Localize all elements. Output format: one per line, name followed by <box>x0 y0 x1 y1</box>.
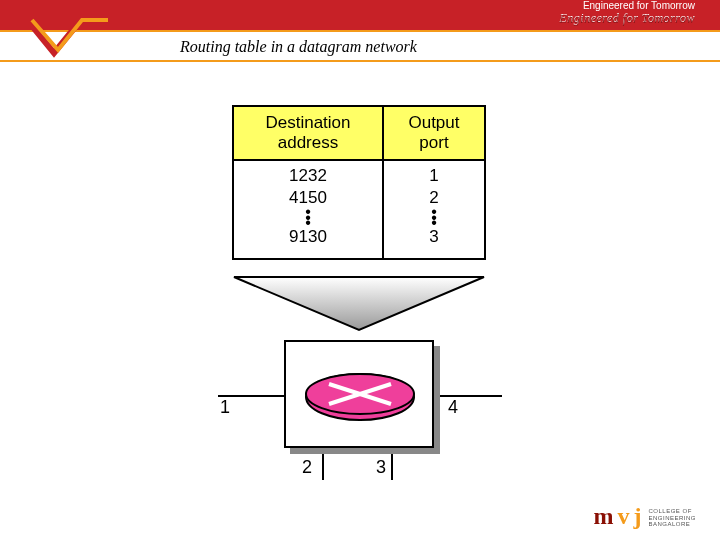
routing-table: Destination address Output port 1232 415… <box>232 105 486 260</box>
router-box <box>284 340 434 448</box>
table-header-row: Destination address Output port <box>234 107 484 161</box>
brand-letter-m: m <box>593 504 613 528</box>
brand-text-3: BANGALORE <box>648 521 696 528</box>
port-1-label: 1 <box>220 397 230 418</box>
port-val-1: 1 <box>388 165 480 187</box>
ellipsis-icon: ••• <box>238 209 378 226</box>
router-node <box>284 340 434 448</box>
router-disc-icon <box>304 372 416 422</box>
table-body-row: 1232 4150 ••• 9130 1 2 ••• 3 <box>234 161 484 258</box>
brand-letter-v: v <box>617 504 629 528</box>
brand-letter-j: j <box>633 504 641 528</box>
college-logo: m v j COLLEGE OF ENGINEERING BANGALORE <box>593 504 696 528</box>
destination-cell: 1232 4150 ••• 9130 <box>234 161 384 258</box>
banner-tagline-bottom: Engineered for Tomorrow <box>559 12 695 27</box>
port-4-label: 4 <box>448 397 458 418</box>
brand-text-1: COLLEGE OF <box>648 508 696 515</box>
ellipsis-icon: ••• <box>388 209 480 226</box>
port-2-label: 2 <box>302 457 312 478</box>
port-cell: 1 2 ••• 3 <box>384 161 484 258</box>
header-output-port-text: Output port <box>404 113 464 153</box>
banner-tagline-top: Engineered for Tomorrow <box>583 0 695 11</box>
header-destination-text: Destination address <box>258 113 358 153</box>
chevron-logo-icon <box>30 18 110 58</box>
port-3-line <box>391 454 393 480</box>
brand-text: COLLEGE OF ENGINEERING BANGALORE <box>648 508 696 528</box>
routing-diagram: Destination address Output port 1232 415… <box>218 105 502 475</box>
slide-title: Routing table in a datagram network <box>180 38 417 56</box>
brand-text-2: ENGINEERING <box>648 515 696 522</box>
header-output-port: Output port <box>384 107 484 159</box>
header-destination: Destination address <box>234 107 384 159</box>
dest-val-last: 9130 <box>238 226 378 248</box>
pointer-triangle-icon <box>232 275 486 335</box>
dest-val-1: 1232 <box>238 165 378 187</box>
port-val-last: 3 <box>388 226 480 248</box>
port-2-line <box>322 454 324 480</box>
port-3-label: 3 <box>376 457 386 478</box>
svg-marker-0 <box>234 277 484 330</box>
